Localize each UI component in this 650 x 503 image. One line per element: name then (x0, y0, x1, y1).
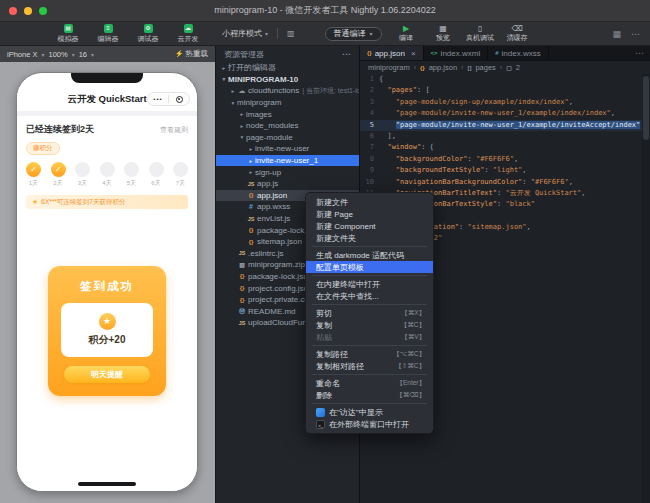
tree-item-open-editors[interactable]: ▸打开的编辑器 (216, 62, 359, 74)
minimize-miniapp-icon[interactable] (169, 96, 189, 103)
toolbar-clear-cache-button[interactable]: ⌫清缓存 (499, 22, 536, 46)
code-token: , (611, 109, 615, 117)
close-window-button[interactable] (9, 7, 17, 15)
day-label: 3天 (78, 179, 87, 188)
menu-item-paste[interactable]: 粘贴【⌘V】 (306, 331, 433, 343)
menu-item-label: 粘贴 (316, 332, 332, 343)
code-line: 5 "page-module/invite-new-user_1/example… (360, 120, 642, 131)
menu-shortcut: 【⌘C】 (401, 321, 425, 330)
menu-item-open-external-terminal[interactable]: >_在外部终端窗口中打开 (306, 418, 433, 430)
code-line: 9 "backgroundTextStyle": "light", (360, 165, 642, 176)
minimize-window-button[interactable] (24, 7, 32, 15)
menu-item-open-in-builtin-terminal[interactable]: 在内建终端中打开 (306, 278, 433, 290)
os-select[interactable]: 16 (79, 50, 87, 59)
remind-tomorrow-button[interactable]: 明天提醒 (64, 366, 150, 383)
toolbar-preview-button[interactable]: ▦预览 (425, 22, 462, 46)
breadcrumb-item[interactable]: 2 (516, 63, 520, 72)
toolbar-right-icons: ▦ ⋯ (612, 29, 640, 39)
caret-down-icon: ▾ (265, 30, 268, 37)
menu-item-find-in-folder[interactable]: 在文件夹中查找... (306, 290, 433, 302)
tree-item-label: invite-new-user_1 (255, 156, 318, 165)
menu-dots-icon[interactable]: ••• (148, 96, 168, 102)
toolbar-device-debug-button[interactable]: ▯真机调试 (462, 22, 499, 46)
zoom-select[interactable]: 100% (48, 50, 67, 59)
toolbar-editor-button[interactable]: ≡编辑器 (88, 22, 128, 46)
phone-notch (71, 73, 143, 83)
breadcrumb-item[interactable]: app.json (429, 63, 457, 72)
menu-item-new-folder[interactable]: 新建文件夹 (306, 232, 433, 244)
menu-item-config-single-page-template[interactable]: 配置单页模板 (306, 261, 433, 273)
tree-item-app-js[interactable]: JSapp.js (216, 178, 359, 190)
tree-item-label: app.js (257, 179, 278, 188)
tree-item-invite-new-user_1[interactable]: ▸invite-new-user_1 (216, 155, 359, 167)
breadcrumb-item[interactable]: miniprogram (368, 63, 410, 72)
line-number: 6 (360, 131, 379, 142)
menu-item-new-page[interactable]: 新建 Page (306, 208, 433, 220)
menu-item-copy-relative-path[interactable]: 复制相对路径【⇧⌘C】 (306, 360, 433, 372)
code-line: 2 "pages": [ (360, 85, 642, 96)
tree-item-label: miniprogram (237, 98, 281, 107)
menu-shortcut: 【Enter】 (396, 379, 425, 388)
scrollbar-thumb[interactable] (643, 76, 649, 140)
signin-section: 已经连续签到2天 查看规则 赚积分 ✓1天✓2天3天4天5天6天7天 ★ 6X*… (17, 116, 197, 217)
mode-select[interactable]: 小程序模式 ▾ (222, 28, 268, 39)
points-card: ★ 积分+20 (61, 303, 153, 357)
menu-item-new-file[interactable]: 新建文件 (306, 196, 433, 208)
compile-mode-select[interactable]: 普通编译 ▾ (325, 27, 382, 41)
menu-item-copy-path[interactable]: 复制路径【⌥⌘C】 (306, 348, 433, 360)
tree-item-label: MINIPROGRAM-10 (228, 75, 298, 84)
line-text: "window": { (379, 142, 434, 153)
code-line: 7 "window": { (360, 142, 642, 153)
menu-separator (312, 345, 427, 346)
tab-app-json[interactable]: {}app.json× (360, 46, 424, 60)
tree-item-label: .eslintrc.js (248, 249, 284, 258)
code-token: : (459, 223, 467, 231)
hot-reload-toggle[interactable]: 热重载 (186, 49, 209, 59)
toolbar-cloud-dev-button[interactable]: ☁云开发 (168, 22, 208, 46)
code-token: "page-module/invite-new-user_1/example/i… (396, 121, 640, 129)
tab-index-wxml[interactable]: <>index.wxml (424, 46, 489, 60)
breadcrumb-item[interactable]: pages (475, 63, 495, 72)
menu-item-copy[interactable]: 复制【⌘C】 (306, 319, 433, 331)
layout-icon[interactable]: ▦ (612, 29, 621, 39)
line-text: ], (379, 131, 396, 142)
line-text: "navigationBarBackgroundColor": "#F6F6F6… (379, 177, 573, 188)
banner-text: 6X***可连续签到7天获得积分 (41, 198, 125, 207)
tabbar-more-icon[interactable]: ⋯ (629, 46, 650, 60)
toolbar-simulator-button[interactable]: ▤模拟器 (48, 22, 88, 46)
explorer-more-icon[interactable]: ⋯ (342, 49, 351, 59)
code-token: : (484, 166, 492, 174)
zoom-window-button[interactable] (39, 7, 47, 15)
tree-item-miniprogram[interactable]: ▾miniprogram (216, 97, 359, 109)
toolbar-debugger-button[interactable]: ⚙调试器 (128, 22, 168, 46)
tab-label: index.wxml (441, 49, 481, 58)
breadcrumb-separator-icon: › (461, 64, 463, 71)
menu-item-cut[interactable]: 剪切【⌘X】 (306, 307, 433, 319)
device-select[interactable]: iPhone X (7, 50, 37, 59)
tree-item-project-root[interactable]: ▾MINIPROGRAM-10 (216, 74, 359, 86)
chevron-icon: ▾ (229, 100, 237, 106)
menu-item-new-component[interactable]: 新建 Component (306, 220, 433, 232)
more-icon[interactable]: ⋯ (631, 29, 640, 39)
menu-item-delete[interactable]: 删除【⌘⌫】 (306, 389, 433, 401)
menu-item-reveal-in-finder[interactable]: 在"访达"中显示 (306, 406, 433, 418)
toolbar-compile-button[interactable]: ▶编译 (388, 22, 425, 46)
tree-item-invite-new-user[interactable]: ▸invite-new-user (216, 143, 359, 155)
unsigned-day-icon (75, 162, 90, 177)
tab-index-wxss[interactable]: #index.wxss (488, 46, 548, 60)
tree-item-node_modules[interactable]: ▸node_modules (216, 120, 359, 132)
tree-item-page-module[interactable]: ▾page-module (216, 132, 359, 144)
editor-scrollbar[interactable] (642, 74, 650, 503)
menu-shortcut: 【⌥⌘C】 (393, 350, 425, 359)
view-rules-link[interactable]: 查看规则 (160, 125, 188, 135)
js-file-icon: JS (246, 181, 256, 187)
menu-item-gen-darkmode[interactable]: 生成 darkmode 适配代码 (306, 249, 433, 261)
close-tab-icon[interactable]: × (411, 49, 416, 58)
signin-day: 7天 (173, 162, 188, 188)
clear-cache-icon: ⌫ (511, 24, 522, 33)
tree-item-cloudfunctions[interactable]: ▸☁cloudfunctions| 当前环境: test1-lowcode (216, 85, 359, 97)
tree-item-images[interactable]: ▸images (216, 108, 359, 120)
menu-item-rename[interactable]: 重命名【Enter】 (306, 377, 433, 389)
tree-item-sign-up[interactable]: ▸sign-up (216, 166, 359, 178)
code-line: 1{ (360, 74, 642, 85)
